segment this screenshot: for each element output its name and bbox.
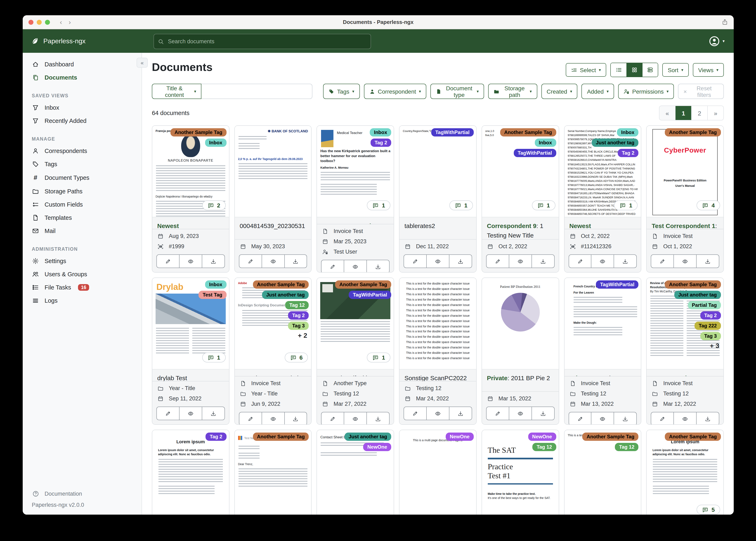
document-title[interactable]: Test Correspondent 1: [paperless] test p… — [317, 217, 394, 224]
tag-pill-newone[interactable]: NewOne — [363, 443, 391, 451]
view-button[interactable] — [262, 412, 285, 425]
tag-pill-tag-2[interactable]: Tag 2 — [618, 149, 639, 157]
filter-search-input[interactable] — [202, 84, 312, 99]
document-title[interactable]: Newest Correspondent: H7_Napoleon_Bonapa… — [152, 217, 229, 229]
sidebar-item-document-types[interactable]: #Document Types — [23, 171, 142, 185]
view-button[interactable] — [674, 412, 697, 425]
view-button[interactable] — [674, 255, 697, 268]
edit-button[interactable] — [321, 412, 344, 425]
edit-button[interactable] — [651, 255, 674, 268]
download-button[interactable] — [285, 255, 307, 268]
document-title[interactable]: Private: 2011 BP Pie 2 — [482, 369, 559, 391]
view-button[interactable] — [427, 406, 449, 420]
view-button[interactable] — [180, 406, 202, 420]
filter-document-type-button[interactable]: Document type▾ — [430, 84, 484, 99]
tag-pill-another-sample-tag[interactable]: Another Sample Tag — [582, 432, 639, 441]
download-button[interactable] — [202, 406, 225, 420]
document-thumbnail[interactable]: This is a multi page document. Page 1.Ne… — [399, 430, 476, 515]
tag-pill-just-another-tag[interactable]: Just another tag — [592, 139, 639, 147]
download-button[interactable] — [367, 412, 390, 425]
download-button[interactable] — [697, 412, 719, 425]
tag-pill-tag-2[interactable]: Tag 2 — [370, 139, 391, 147]
download-button[interactable] — [532, 406, 554, 420]
document-thumbnail[interactable]: This is a test for the double space char… — [399, 278, 476, 369]
tag-pill-another-sample-tag[interactable]: Another Sample Tag — [253, 280, 309, 288]
detail-view-button[interactable] — [642, 63, 658, 77]
filter-tags-button[interactable]: Tags▾ — [323, 84, 360, 99]
sidebar-item-dashboard[interactable]: Dashboard — [23, 58, 142, 71]
sidebar-item-file-tasks[interactable]: File Tasks16 — [23, 281, 142, 294]
select-button[interactable]: Select ▾ — [566, 63, 606, 77]
edit-button[interactable] — [321, 260, 344, 272]
document-card[interactable]: Contact Sheet DemoJust another tagNewOne — [317, 430, 394, 515]
view-button[interactable] — [427, 255, 449, 268]
list-view-button[interactable] — [611, 63, 626, 77]
document-thumbnail[interactable]: DrylabInboxTest Tag1 — [152, 278, 229, 369]
tag-pill-tag-12[interactable]: Tag 12 — [615, 443, 638, 451]
document-thumbnail[interactable]: Patient BP Distribution 2011 — [482, 278, 559, 369]
document-correspondent[interactable]: Test Correspondent 1 — [652, 222, 715, 229]
document-thumbnail[interactable]: Francja pod rNAPOLEON BONAPARTEDojście N… — [152, 126, 229, 217]
document-thumbnail[interactable]: Another Sample TagTagWithPartial1 — [317, 278, 394, 369]
sidebar-item-templates[interactable]: Templates — [23, 211, 142, 224]
edit-button[interactable] — [486, 255, 509, 268]
document-thumbnail[interactable]: Contact Sheet DemoJust another tagNewOne — [317, 430, 394, 515]
tag-pill-tag-12[interactable]: Tag 12 — [285, 301, 309, 309]
document-thumbnail[interactable]: ❋ BANK OF SCOTLAND2,0 % p. a. auf Ihr Ta… — [235, 126, 311, 217]
edit-button[interactable] — [568, 255, 592, 268]
download-button[interactable] — [614, 255, 637, 268]
document-title[interactable]: Test Correspondent 1: UM_PPBE_en_v29 — [647, 217, 723, 229]
views-button[interactable]: Views ▾ — [693, 63, 724, 77]
edit-button[interactable] — [568, 412, 592, 425]
document-thumbnail[interactable]: Review of Arbitral Awards shows Swift Re… — [647, 278, 723, 369]
document-card[interactable]: Review of Arbitral Awards shows Swift Re… — [646, 277, 724, 425]
document-correspondent[interactable]: Newest Correspondent — [569, 222, 614, 229]
view-button[interactable] — [509, 406, 532, 420]
tag-pill-another-sample-tag[interactable]: Another Sample Tag — [665, 128, 721, 137]
tag-pill-another-sample-tag[interactable]: Another Sample Tag — [665, 432, 721, 441]
download-button[interactable] — [697, 255, 719, 268]
document-thumbnail[interactable]: This is a testAnother Sample TagTag 12 — [564, 430, 641, 515]
download-button[interactable] — [449, 406, 472, 420]
tag-pill-tagwithpartial[interactable]: TagWithPartial — [514, 149, 556, 157]
document-title[interactable]: Private: French Country Bread Revised.do… — [564, 369, 641, 376]
tag-pill-tag-222[interactable]: Tag 222 — [695, 321, 721, 330]
download-button[interactable] — [367, 260, 390, 272]
document-thumbnail[interactable]: Lorem ipsumLorem ipsum dolor sit amet, c… — [647, 430, 723, 515]
tag-pill-inbox[interactable]: Inbox — [617, 128, 639, 137]
edit-button[interactable] — [239, 255, 262, 268]
user-menu[interactable]: ▾ — [709, 36, 725, 46]
sort-button[interactable]: Sort ▾ — [662, 63, 689, 77]
edit-button[interactable] — [404, 406, 427, 420]
tag-pill-just-another-tag[interactable]: Just another tag — [345, 432, 391, 441]
tag-pill-tag-3[interactable]: Tag 3 — [288, 321, 309, 330]
sidebar-item-documents[interactable]: Documents — [23, 71, 142, 84]
tag-pill-tagwithpartial[interactable]: TagWithPartial — [431, 128, 474, 137]
tag-pill-just-another-tag[interactable]: Just another tag — [262, 291, 309, 299]
edit-button[interactable] — [156, 255, 180, 268]
sidebar-item-settings[interactable]: Settings — [23, 255, 142, 268]
grid-view-button[interactable] — [626, 63, 642, 77]
download-button[interactable] — [202, 255, 225, 268]
filter-created-button[interactable]: Created▾ — [541, 84, 578, 99]
app-logo[interactable]: Paperless-ngx — [31, 37, 86, 45]
view-button[interactable] — [592, 412, 614, 425]
document-thumbnail[interactable]: The SATPracticeTest #1Make time to take … — [482, 430, 559, 515]
document-card[interactable]: French Country BreadFor the LeavenMake t… — [564, 277, 641, 425]
pagination-page-1[interactable]: 1 — [675, 106, 691, 120]
document-thumbnail[interactable]: Test NameDear Trenz,Another Sample Tag — [235, 430, 311, 515]
edit-button[interactable] — [239, 412, 262, 425]
document-title[interactable]: drylab Test — [152, 369, 229, 381]
tag-pill-tag-2[interactable]: Tag 2 — [700, 311, 721, 319]
tag-pill-tagwithpartial[interactable]: TagWithPartial — [349, 291, 391, 299]
sidebar-item-storage-paths[interactable]: Storage Paths — [23, 185, 142, 198]
document-card[interactable]: ❋ BANK OF SCOTLAND2,0 % p. a. auf Ihr Ta… — [234, 125, 312, 272]
document-correspondent[interactable]: Private — [569, 374, 590, 376]
document-card[interactable]: Lorem ipsumLorem ipsum dolor sit amet, c… — [152, 430, 229, 515]
document-title[interactable]: 0004814539_20230531 — [235, 217, 311, 239]
document-title[interactable]: Sonstige ScanPC2022 03-24_081058 — [399, 369, 476, 381]
sidebar-item-users-groups[interactable]: Users & Groups — [23, 268, 142, 281]
tag-pill-tag-12[interactable]: Tag 12 — [533, 443, 556, 451]
sidebar-item-correspondents[interactable]: Correspondents — [23, 144, 142, 158]
view-button[interactable] — [509, 255, 532, 268]
